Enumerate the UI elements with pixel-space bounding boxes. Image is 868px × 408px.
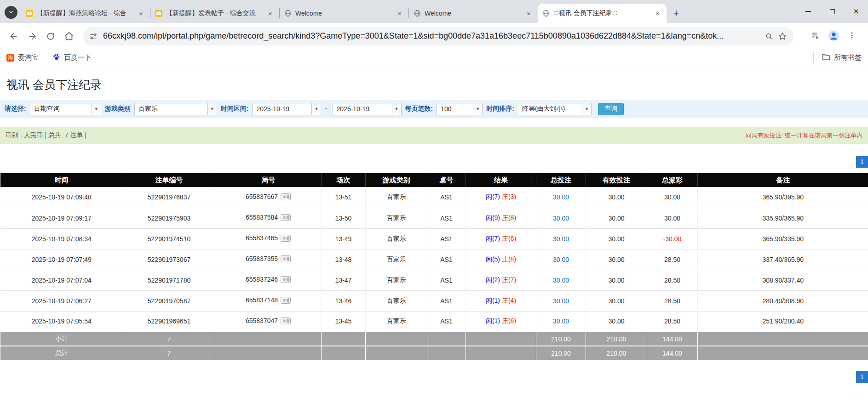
search-button[interactable]: 查询 — [598, 103, 624, 115]
url-text[interactable]: 66cxkj98.com/ipl/portal.php/game/betreco… — [103, 31, 755, 41]
chevron-down-icon[interactable]: ▼ — [311, 103, 321, 115]
tab-search-button[interactable] — [5, 6, 17, 19]
new-tab-button[interactable]: + — [669, 6, 683, 20]
address-bar[interactable]: 66cxkj98.com/ipl/portal.php/game/betreco… — [83, 27, 793, 45]
toolbar-right-icons — [802, 30, 856, 43]
total-bet-link[interactable]: 30.00 — [553, 277, 569, 284]
result-banker[interactable]: 庄(8) — [502, 255, 516, 263]
result-player[interactable]: 闲(7) — [486, 235, 500, 242]
bookmark-baidu[interactable]: 百度一下 — [52, 53, 92, 62]
video-replay-icon[interactable] — [281, 255, 291, 264]
table-row: 2025-10-19 07:09:48522901976837655837667… — [0, 187, 868, 208]
maximize-button[interactable] — [820, 0, 844, 23]
tab-close-icon[interactable]: × — [137, 9, 145, 18]
tab-close-icon[interactable]: × — [395, 9, 404, 18]
col-header-valid-bet: 有效投注 — [586, 173, 647, 187]
result-player[interactable]: 闲(1) — [486, 297, 500, 304]
tab-betrecord-active[interactable]: :::视讯 会员下注纪录::: × — [538, 4, 667, 23]
cell-bet-id: 522901970587 — [123, 290, 215, 311]
result-banker[interactable]: 庄(3) — [502, 193, 516, 200]
game-type-select[interactable]: 百家乐 ▼ — [134, 103, 217, 115]
total-bet-link[interactable]: 30.00 — [553, 235, 569, 243]
chevron-down-icon[interactable]: ▼ — [473, 103, 482, 115]
video-replay-icon[interactable] — [281, 317, 291, 326]
page-title: 视讯 会员下注纪录 — [6, 77, 868, 92]
video-replay-icon[interactable] — [281, 235, 291, 243]
total-bet-link[interactable]: 30.00 — [553, 193, 569, 201]
page-size-select[interactable]: 100 ▼ — [437, 103, 483, 115]
result-banker[interactable]: 庄(6) — [502, 235, 516, 242]
cell-payout: 28.50 — [647, 311, 698, 332]
home-button[interactable] — [60, 27, 78, 45]
cell-game-type: 百家乐 — [366, 249, 427, 270]
tab-forum-haiyan[interactable]: 【新提醒】海燕策略论坛 - 综合 × — [21, 4, 150, 23]
all-bookmarks-button[interactable]: 所有书签 — [813, 52, 862, 63]
cell-round: 655837148 — [215, 290, 322, 311]
tab-close-icon[interactable]: × — [524, 9, 533, 18]
close-button[interactable]: ✕ — [844, 0, 868, 23]
bookmark-taobao[interactable]: 淘 爱淘宝 — [6, 53, 39, 62]
total-bet-link[interactable]: 30.00 — [553, 256, 569, 263]
table-header-row: 时间 注单编号 局号 场次 游戏类别 桌号 结果 总投注 有效投注 总派彩 备注 — [0, 173, 868, 187]
cell-game-type: 百家乐 — [366, 187, 427, 208]
bookmark-star-icon[interactable] — [778, 32, 787, 41]
chevron-down-icon[interactable]: ▼ — [392, 103, 401, 115]
cell-total-bet: 30.00 — [536, 290, 586, 311]
profile-avatar[interactable] — [828, 30, 839, 43]
result-player[interactable]: 闲(7) — [486, 193, 500, 200]
total-bet-link[interactable]: 30.00 — [553, 297, 569, 305]
forward-button[interactable] — [23, 27, 41, 45]
page-button-1[interactable]: 1 — [856, 371, 868, 383]
result-banker[interactable]: 庄(8) — [502, 214, 516, 221]
total-valid-bet: 210.00 — [586, 346, 647, 360]
cell-bet-id: 522901975903 — [123, 208, 215, 228]
site-settings-icon[interactable] — [89, 32, 98, 40]
col-header-bet-id: 注单编号 — [123, 173, 215, 187]
result-player[interactable]: 闲(2) — [486, 276, 500, 283]
query-type-select[interactable]: 日期查询 ▼ — [30, 103, 101, 115]
all-bookmarks-label: 所有书签 — [834, 53, 862, 62]
chevron-down-icon[interactable]: ▼ — [207, 103, 217, 115]
tab-close-icon[interactable]: × — [653, 9, 662, 18]
date-from-select[interactable]: 2025-10-19 ▼ — [252, 103, 321, 115]
tab-welcome-2[interactable]: Welcome × — [409, 4, 538, 23]
media-controls-icon[interactable] — [811, 31, 820, 41]
tab-title: Welcome — [425, 10, 521, 17]
result-player[interactable]: 闲(1) — [486, 317, 500, 324]
filter-label-game-type: 游戏类别 — [105, 105, 131, 113]
chevron-down-icon[interactable]: ▼ — [92, 103, 101, 115]
currency-total-summary: 币别 : 人民币 | 总共 :7 注单 | — [6, 131, 86, 140]
reload-button[interactable] — [41, 27, 60, 45]
col-header-payout: 总派彩 — [647, 173, 698, 187]
tab-forum-post[interactable]: 【新提醒】发表帖子 - 综合交流 × — [150, 4, 279, 23]
tab-close-icon[interactable]: × — [266, 9, 275, 18]
bookmark-label: 百度一下 — [64, 53, 92, 62]
result-player[interactable]: 闲(5) — [486, 255, 500, 263]
col-header-round: 局号 — [215, 173, 322, 187]
chevron-down-icon[interactable]: ▼ — [582, 103, 591, 115]
cell-valid-bet: 30.00 — [586, 208, 647, 228]
cell-table-no: AS1 — [427, 270, 466, 290]
result-banker[interactable]: 庄(4) — [502, 297, 516, 304]
video-replay-icon[interactable] — [281, 297, 291, 305]
date-to-select[interactable]: 2025-10-19 ▼ — [333, 103, 402, 115]
cell-table-no: AS1 — [427, 228, 466, 249]
round-number: 655837667 — [246, 193, 278, 200]
total-bet-link[interactable]: 30.00 — [553, 215, 569, 222]
back-button[interactable] — [5, 27, 23, 45]
zoom-icon[interactable] — [765, 32, 773, 40]
video-replay-icon[interactable] — [281, 193, 291, 202]
result-banker[interactable]: 庄(6) — [502, 317, 516, 324]
minimize-button[interactable] — [796, 0, 820, 23]
cell-valid-bet: 30.00 — [586, 270, 647, 290]
total-bet-link[interactable]: 30.00 — [553, 317, 569, 325]
result-banker[interactable]: 庄(7) — [502, 276, 516, 283]
tab-welcome-1[interactable]: Welcome × — [280, 4, 408, 23]
video-replay-icon[interactable] — [281, 276, 291, 284]
sort-order-select[interactable]: 降幂(由大到小) ▼ — [518, 103, 592, 115]
pagination-bottom: 1 — [0, 371, 868, 383]
result-player[interactable]: 闲(9) — [486, 214, 500, 221]
video-replay-icon[interactable] — [281, 214, 291, 222]
menu-dots-icon[interactable] — [848, 31, 856, 41]
page-button-1[interactable]: 1 — [856, 156, 868, 168]
